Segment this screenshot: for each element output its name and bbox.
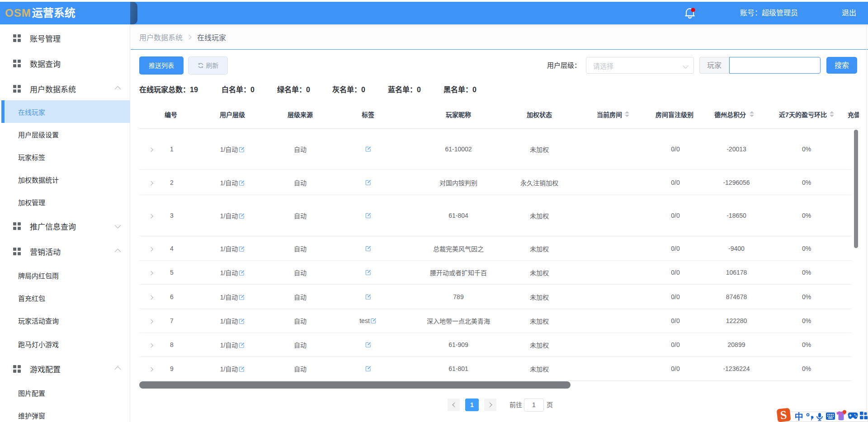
svg-text:S: S: [779, 408, 787, 422]
